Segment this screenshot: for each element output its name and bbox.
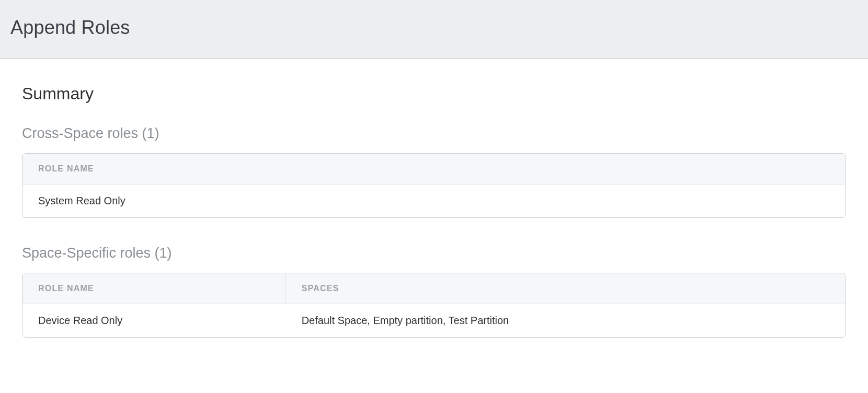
content-area: Summary Cross-Space roles (1) Role Name … xyxy=(0,59,868,359)
space-specific-section: Space-Specific roles (1) Role Name Space… xyxy=(22,245,846,338)
cell-role-name: Device Read Only xyxy=(22,304,286,337)
cross-space-heading: Cross-Space roles (1) xyxy=(22,125,846,142)
table-row: System Read Only xyxy=(22,184,846,217)
summary-heading: Summary xyxy=(22,84,846,103)
cross-space-section: Cross-Space roles (1) Role Name System R… xyxy=(22,125,846,218)
space-specific-table: Role Name Spaces Device Read Only Defaul… xyxy=(22,273,846,338)
page-header: Append Roles xyxy=(0,0,868,59)
space-specific-heading: Space-Specific roles (1) xyxy=(22,245,846,261)
cell-role-name: System Read Only xyxy=(22,184,846,217)
page-title: Append Roles xyxy=(10,17,858,39)
cell-spaces: Default Space, Empty partition, Test Par… xyxy=(286,304,846,337)
cross-space-table: Role Name System Read Only xyxy=(22,153,846,218)
table-row: Device Read Only Default Space, Empty pa… xyxy=(22,304,846,337)
column-header-role-name: Role Name xyxy=(22,154,846,184)
column-header-spaces: Spaces xyxy=(286,273,846,304)
column-header-role-name: Role Name xyxy=(22,273,286,304)
